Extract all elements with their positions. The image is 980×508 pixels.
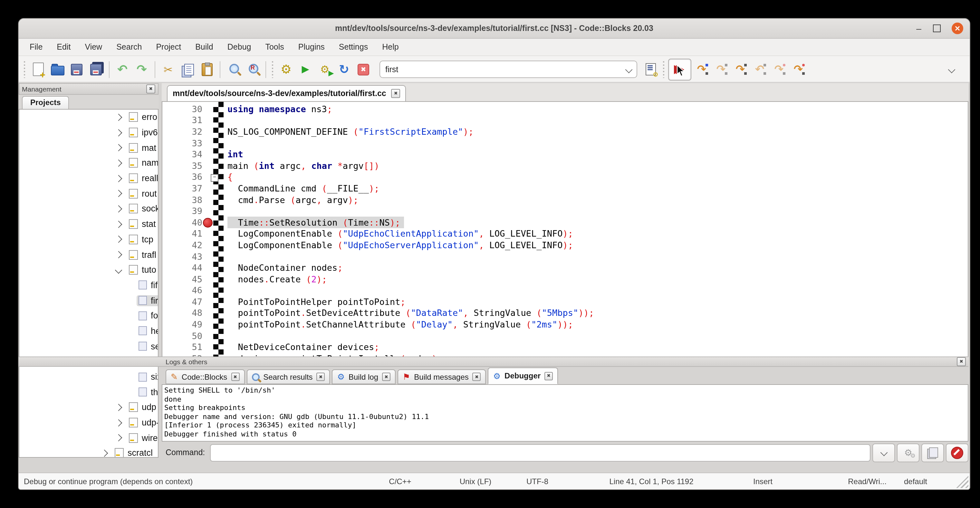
log-tab-build-log[interactable]: ⚙Build log✖: [332, 369, 396, 384]
step-into-button[interactable]: ↷: [731, 60, 749, 78]
menu-plugins[interactable]: Plugins: [291, 39, 332, 56]
log-tab-close-icon[interactable]: ✖: [382, 373, 390, 381]
command-history-button[interactable]: [872, 443, 895, 462]
next-instruction-button[interactable]: ↷: [770, 60, 788, 78]
chevron-collapsed-icon[interactable]: [115, 175, 123, 182]
chevron-collapsed-icon[interactable]: [115, 220, 123, 228]
maximize-button[interactable]: [929, 19, 945, 38]
management-close-icon[interactable]: ✖: [146, 84, 155, 94]
debug-tools-button[interactable]: ⚙: [897, 443, 920, 462]
menu-edit[interactable]: Edit: [49, 39, 78, 56]
chevron-collapsed-icon[interactable]: [115, 129, 123, 136]
menu-tools[interactable]: Tools: [258, 39, 291, 56]
projects-tree[interactable]: erroipv6matnamreallroutsockstattcptraflt…: [19, 109, 159, 458]
build-and-run-button[interactable]: ⚙▶: [316, 60, 334, 78]
chevron-collapsed-icon[interactable]: [115, 205, 123, 213]
redo-button[interactable]: ↷: [133, 60, 151, 78]
menu-view[interactable]: View: [78, 39, 109, 56]
tree-item-stat[interactable]: stat: [19, 217, 158, 232]
logs-caption[interactable]: Logs & others ✖: [19, 357, 969, 367]
undo-button[interactable]: ↶: [113, 60, 131, 78]
menu-build[interactable]: Build: [188, 39, 220, 56]
run-button[interactable]: ▶: [296, 60, 314, 78]
chevron-collapsed-icon[interactable]: [115, 144, 123, 151]
stop-debugger-button[interactable]: [946, 443, 969, 462]
editor-tab-first-cc[interactable]: mnt/dev/tools/source/ns-3-dev/examples/t…: [167, 85, 406, 101]
chevron-collapsed-icon[interactable]: [115, 190, 123, 197]
tree-item-fo[interactable]: fo: [19, 308, 158, 323]
log-tab-close-icon[interactable]: ✖: [473, 373, 481, 381]
copy-log-button[interactable]: [921, 443, 944, 462]
tree-item-fif[interactable]: fif: [19, 277, 158, 293]
toolbar-grip[interactable]: [23, 61, 26, 78]
copy-button[interactable]: [178, 60, 197, 78]
step-into-instruction-button[interactable]: ↷: [789, 60, 807, 78]
editor-tab-close-icon[interactable]: ✖: [391, 89, 401, 98]
toolbar-grip[interactable]: [662, 61, 666, 78]
tree-item-sock[interactable]: sock: [19, 201, 158, 216]
command-input[interactable]: [210, 444, 870, 461]
tree-item-reall[interactable]: reall: [19, 171, 158, 186]
tree-item-udp-[interactable]: udp-: [19, 415, 158, 430]
tree-item-ipv6[interactable]: ipv6: [19, 125, 158, 140]
fold-collapse-icon[interactable]: −: [211, 174, 218, 182]
next-line-button[interactable]: ↷: [712, 60, 730, 78]
menu-file[interactable]: File: [22, 39, 49, 56]
tree-item-he[interactable]: he: [19, 323, 158, 338]
chevron-collapsed-icon[interactable]: [101, 450, 108, 457]
log-tab-build-messages[interactable]: ⚑Build messages✖: [398, 369, 486, 384]
code-editor[interactable]: 30using namespace ns3;3132NS_LOG_COMPONE…: [162, 101, 969, 365]
minimize-button[interactable]: –: [910, 19, 927, 38]
tab-projects[interactable]: Projects: [22, 96, 69, 109]
menu-project[interactable]: Project: [149, 39, 188, 56]
close-button[interactable]: ✕: [949, 19, 966, 38]
log-tab-code-blocks[interactable]: ✎Code::Blocks✖: [165, 369, 245, 384]
cut-button[interactable]: ✂: [159, 60, 177, 78]
log-tab-close-icon[interactable]: ✖: [231, 373, 239, 381]
chevron-collapsed-icon[interactable]: [115, 434, 123, 442]
tree-item-se[interactable]: se: [19, 339, 158, 354]
chevron-collapsed-icon[interactable]: [115, 419, 123, 427]
chevron-collapsed-icon[interactable]: [115, 404, 123, 411]
save-all-button[interactable]: [87, 60, 105, 78]
search-combobox[interactable]: first: [380, 61, 637, 78]
management-caption[interactable]: Management ✖: [19, 83, 159, 95]
menu-settings[interactable]: Settings: [332, 39, 375, 56]
tree-item-trafl[interactable]: trafl: [19, 247, 158, 262]
find-button[interactable]: [224, 60, 242, 78]
debugger-log-output[interactable]: Setting SHELL to '/bin/sh'doneSetting br…: [162, 384, 969, 442]
rebuild-button[interactable]: ↻: [335, 60, 353, 78]
tree-item-rout[interactable]: rout: [19, 186, 158, 201]
replace-button[interactable]: R: [243, 60, 262, 78]
tree-item-six[interactable]: six: [19, 369, 158, 384]
run-to-cursor-button[interactable]: ↷: [693, 60, 711, 78]
paste-button[interactable]: [198, 60, 216, 78]
chevron-expanded-icon[interactable]: [115, 266, 123, 274]
abort-button[interactable]: ✖: [354, 60, 372, 78]
menu-help[interactable]: Help: [375, 39, 406, 56]
chevron-down-icon[interactable]: [625, 66, 633, 73]
tree-item-th[interactable]: th: [19, 385, 158, 400]
log-tab-search-results[interactable]: Search results✖: [247, 369, 330, 384]
log-tab-debugger[interactable]: ⚙Debugger✖: [488, 368, 558, 384]
tree-item-tuto[interactable]: tuto: [19, 263, 158, 277]
log-tab-close-icon[interactable]: ✖: [544, 372, 553, 380]
chevron-collapsed-icon[interactable]: [115, 236, 123, 243]
breakpoint-icon[interactable]: [203, 218, 213, 228]
debug-continue-button[interactable]: [668, 58, 691, 80]
tree-item-erro[interactable]: erro: [19, 110, 158, 125]
tree-item-scratcl[interactable]: scratcl: [19, 446, 158, 458]
build-target-button[interactable]: [642, 60, 660, 78]
tree-item-nam[interactable]: nam: [19, 155, 158, 170]
title-bar[interactable]: mnt/dev/tools/source/ns-3-dev/examples/t…: [19, 19, 970, 39]
chevron-collapsed-icon[interactable]: [115, 251, 123, 258]
toolbar-grip[interactable]: [271, 61, 274, 78]
tree-item-mat[interactable]: mat: [19, 140, 158, 155]
new-file-button[interactable]: +: [29, 60, 47, 78]
tree-item-udp[interactable]: udp: [19, 400, 158, 415]
menu-debug[interactable]: Debug: [220, 39, 258, 56]
open-file-button[interactable]: [48, 60, 66, 78]
tree-item-fir[interactable]: fir: [19, 293, 158, 308]
log-tab-close-icon[interactable]: ✖: [317, 373, 325, 381]
logs-close-icon[interactable]: ✖: [957, 357, 966, 366]
